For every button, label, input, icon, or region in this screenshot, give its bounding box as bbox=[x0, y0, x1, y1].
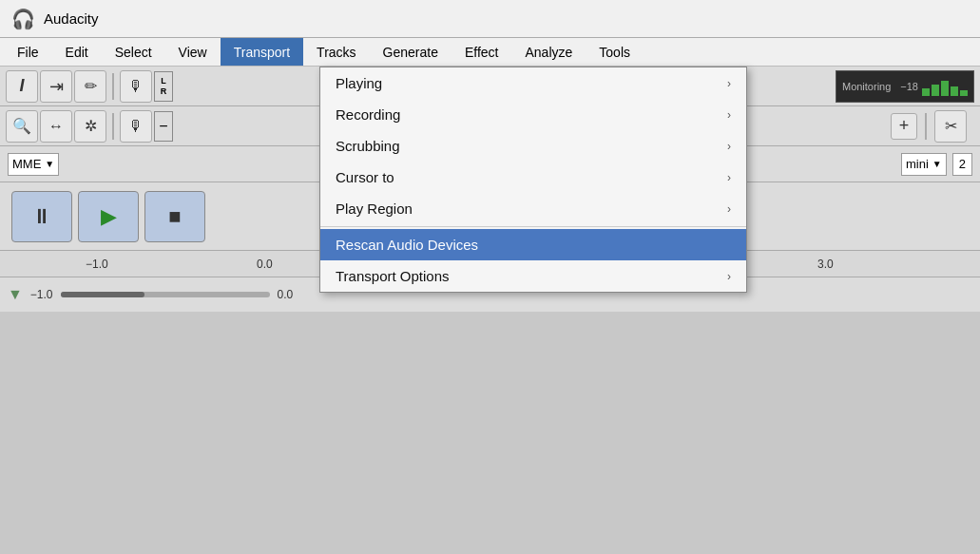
menu-recording[interactable]: Recording › bbox=[320, 99, 746, 130]
menu-view[interactable]: View bbox=[165, 38, 221, 66]
zoom-tool-btn[interactable]: 🔍 bbox=[6, 110, 38, 143]
menu-transport-options-label: Transport Options bbox=[336, 268, 450, 284]
menu-generate[interactable]: Generate bbox=[370, 38, 452, 66]
menu-scrubbing[interactable]: Scrubbing › bbox=[320, 130, 746, 162]
menu-analyze[interactable]: Analyze bbox=[512, 38, 586, 66]
monitor-bars bbox=[922, 77, 968, 96]
stop-icon: ■ bbox=[168, 204, 181, 229]
record-tool-btn[interactable]: 🎙 bbox=[120, 110, 152, 143]
ruler-marker-0: 0.0 bbox=[257, 258, 273, 271]
volume-level-right: 0.0 bbox=[278, 288, 294, 301]
menu-tools[interactable]: Tools bbox=[586, 38, 644, 66]
select-tool-btn[interactable]: I bbox=[6, 70, 38, 103]
menu-rescan-label: Rescan Audio Devices bbox=[336, 237, 478, 253]
menu-recording-label: Recording bbox=[336, 106, 400, 123]
device-mme-dropdown[interactable]: MME ▼ bbox=[8, 153, 59, 176]
resize-tool-btn[interactable]: ↔ bbox=[40, 110, 72, 143]
menu-playing-label: Playing bbox=[336, 75, 382, 91]
app-title: Audacity bbox=[44, 10, 99, 27]
monitoring-area: Monitoring −18 bbox=[836, 70, 974, 103]
record-meter-btn[interactable]: 🎙 bbox=[120, 70, 152, 103]
pause-button[interactable]: ⏸ bbox=[11, 191, 72, 242]
volume-arrow-icon[interactable]: ▼ bbox=[8, 286, 23, 303]
ruler-marker-neg1: −1.0 bbox=[86, 258, 108, 271]
recording-arrow: › bbox=[727, 108, 731, 122]
menu-rescan-audio[interactable]: Rescan Audio Devices bbox=[320, 229, 746, 260]
toolbar-sep2 bbox=[112, 113, 114, 140]
volume-track[interactable] bbox=[61, 292, 270, 297]
menu-cursor-to[interactable]: Cursor to › bbox=[320, 162, 746, 193]
menu-transport-options[interactable]: Transport Options › bbox=[320, 260, 746, 292]
toolbar-sep3 bbox=[925, 113, 927, 140]
toolbar-sep1 bbox=[112, 73, 114, 100]
output-device-dropdown[interactable]: mini ▼ bbox=[901, 153, 947, 176]
pause-icon: ⏸ bbox=[31, 204, 52, 229]
mme-dropdown-arrow: ▼ bbox=[45, 159, 54, 169]
volume-fill bbox=[61, 292, 144, 297]
menu-scrubbing-label: Scrubbing bbox=[336, 138, 400, 154]
lr-indicator: L R bbox=[154, 71, 173, 102]
menu-edit[interactable]: Edit bbox=[52, 38, 102, 66]
plus-btn[interactable]: + bbox=[891, 113, 917, 140]
monitoring-scale: −18 bbox=[900, 81, 918, 92]
play-region-arrow: › bbox=[727, 202, 731, 216]
menu-effect[interactable]: Effect bbox=[452, 38, 512, 66]
minus-btn[interactable]: − bbox=[154, 111, 173, 142]
multi-tool-btn[interactable]: ✲ bbox=[74, 110, 106, 143]
menu-bar: File Edit Select View Transport Tracks G… bbox=[0, 38, 980, 67]
scrubbing-arrow: › bbox=[727, 140, 731, 153]
menu-select[interactable]: Select bbox=[102, 38, 165, 66]
menu-play-region[interactable]: Play Region › bbox=[320, 193, 746, 224]
channel-box: 2 bbox=[952, 153, 972, 176]
menu-play-region-label: Play Region bbox=[336, 201, 413, 217]
menu-cursor-to-label: Cursor to bbox=[336, 169, 394, 185]
playing-arrow: › bbox=[727, 77, 731, 90]
menu-separator-1 bbox=[320, 226, 746, 227]
output-dropdown-arrow: ▼ bbox=[932, 159, 942, 169]
transport-menu: Playing › Recording › Scrubbing › Cursor… bbox=[319, 67, 747, 293]
menu-tracks[interactable]: Tracks bbox=[303, 38, 369, 66]
play-button[interactable]: ▶ bbox=[78, 191, 139, 242]
stop-button[interactable]: ■ bbox=[144, 191, 205, 242]
menu-playing[interactable]: Playing › bbox=[320, 67, 746, 99]
scissors-btn[interactable]: ✂ bbox=[934, 110, 967, 143]
draw-tool-btn[interactable]: ✏ bbox=[74, 70, 106, 103]
volume-level-left: −1.0 bbox=[30, 288, 53, 301]
transport-options-arrow: › bbox=[727, 270, 731, 283]
envelope-tool-btn[interactable]: ⇥ bbox=[40, 70, 72, 103]
menu-transport[interactable]: Transport bbox=[221, 38, 303, 66]
title-bar: 🎧 Audacity bbox=[0, 0, 980, 38]
menu-file[interactable]: File bbox=[4, 38, 52, 66]
monitoring-label: Monitoring bbox=[842, 81, 891, 92]
app-icon: 🎧 bbox=[10, 6, 36, 32]
cursor-to-arrow: › bbox=[727, 171, 731, 184]
play-icon: ▶ bbox=[101, 204, 117, 229]
ruler-marker-3: 3.0 bbox=[817, 258, 834, 271]
